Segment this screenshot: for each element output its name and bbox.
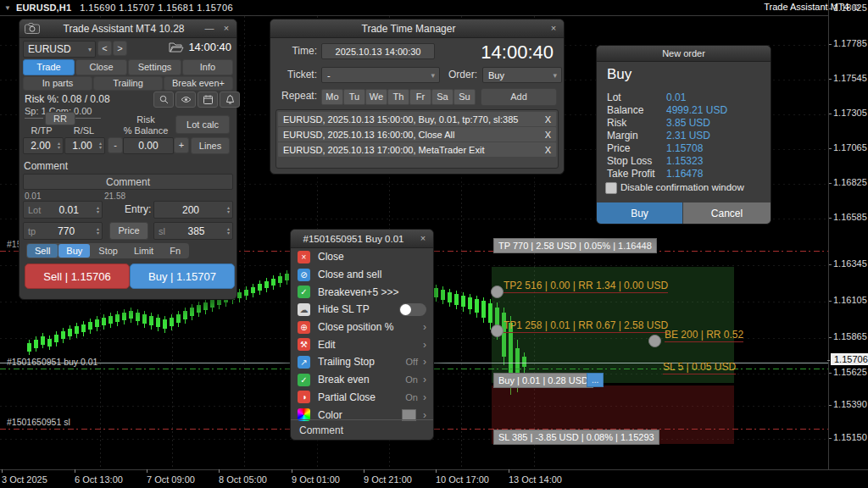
tab-trade[interactable]: Trade — [23, 59, 75, 75]
rsl-spinner[interactable]: 1.00▴▾ — [64, 137, 105, 154]
tab-close[interactable]: Close — [75, 59, 127, 75]
folder-icon[interactable] — [169, 42, 184, 53]
remove-button[interactable]: X — [545, 130, 551, 140]
tp2-label[interactable]: TP2 516 | 0.00 | RR 1.34 | 0.00 USD — [504, 280, 668, 293]
spinner-arrows-icon[interactable]: ▴▾ — [227, 227, 230, 236]
symbol-select[interactable]: EURUSD ▾ — [23, 41, 96, 58]
schedule-row[interactable]: EURUSD, 2025.10.13 17:00:00, MetaTrader … — [278, 142, 556, 157]
spinner-arrows-icon[interactable]: ▴▾ — [227, 206, 230, 214]
order-dropdown[interactable]: Buy ▾ — [482, 67, 562, 83]
segment-buy[interactable]: Buy — [58, 244, 90, 258]
lot-calc-button[interactable]: Lot calc — [175, 115, 230, 134]
be-label[interactable]: BE 200 | RR 0.52 — [665, 329, 743, 342]
disable-confirmation-checkbox[interactable] — [605, 182, 617, 194]
ticket-dropdown[interactable]: - ▾ — [321, 67, 440, 83]
lines-button[interactable]: Lines — [191, 137, 230, 154]
next-symbol-button[interactable]: > — [113, 41, 127, 56]
tab-break-even[interactable]: Break even+ — [164, 76, 233, 91]
risk-minus-button[interactable]: - — [108, 137, 123, 153]
tp2-drag-dot[interactable] — [491, 286, 504, 298]
context-menu-close-button[interactable]: × — [416, 233, 430, 245]
tab-settings[interactable]: Settings — [128, 59, 181, 75]
menu-item-partial-close[interactable]: ◑ Partial Close On › — [291, 389, 433, 407]
context-menu-title-bar[interactable]: #1501650951 Buy 0.01 × — [291, 230, 433, 248]
entry-field[interactable]: 200 ▴▾ — [153, 201, 233, 219]
schedule-row[interactable]: EURUSD, 2025.10.13 15:00:00, Buy, 0.01, … — [278, 112, 556, 126]
sl-order-label[interactable]: SL 385 | -3.85 USD | 0.08% | 1.15293 — [493, 430, 659, 445]
tp-order-label[interactable]: TP 770 | 2.58 USD | 0.05% | 1.16448 — [493, 238, 657, 253]
sl5-label[interactable]: SL 5 | 0.05 USD — [663, 361, 736, 374]
schedule-text: EURUSD, 2025.10.13 16:00:00, Close All — [283, 130, 454, 140]
time-input[interactable]: 2025.10.13 14:00:30 — [321, 43, 435, 59]
confirm-buy-button[interactable]: Buy — [597, 202, 682, 224]
lot-field[interactable]: Lot 0.01 ▴▾ — [23, 201, 103, 219]
new-order-title-bar[interactable]: New order — [597, 46, 771, 62]
menu-item-break-even[interactable]: ✓ Break even On › — [291, 371, 433, 389]
tp1-drag-dot[interactable] — [491, 324, 504, 337]
day-sa[interactable]: Sa — [431, 89, 453, 105]
segment-limit[interactable]: Limit — [126, 244, 161, 258]
chart-dropdown-icon[interactable]: ▼ — [4, 4, 11, 12]
sl-value: 385 — [165, 225, 227, 237]
ttm-close-button[interactable]: × — [547, 23, 560, 35]
sl-field[interactable]: sl 385 ▴▾ — [153, 222, 233, 240]
order-more-button[interactable]: ... — [587, 373, 604, 387]
day-th[interactable]: Th — [387, 89, 409, 105]
hide-sltp-toggle[interactable] — [399, 303, 426, 316]
menu-item-trailing-stop[interactable]: ↗ Trailing Stop Off › — [291, 353, 433, 371]
schedule-row[interactable]: EURUSD, 2025.10.13 16:00:00, Close All X — [278, 127, 556, 141]
tab-trailing[interactable]: Trailing — [93, 76, 163, 91]
rr-button[interactable]: RR — [45, 112, 75, 125]
tp-field[interactable]: tp 770 ▴▾ — [23, 222, 103, 240]
time-axis-label: 9 Oct 01:00 — [292, 474, 340, 485]
menu-item-hide-sltp[interactable]: ☁ Hide SL TP — [291, 301, 433, 319]
camera-icon[interactable] — [25, 23, 40, 34]
ttm-title-bar[interactable]: Trade Time Manager × — [270, 19, 564, 38]
day-we[interactable]: We — [365, 89, 387, 105]
assistant-close-button[interactable]: × — [220, 23, 233, 35]
magnifier-icon[interactable] — [153, 92, 174, 108]
menu-item-close-position-percent[interactable]: ⊕ Close position % › — [291, 319, 433, 336]
remove-button[interactable]: X — [545, 114, 551, 125]
buy-button[interactable]: Buy | 1.15707 — [130, 263, 235, 289]
segment-stop[interactable]: Stop — [91, 244, 125, 258]
bell-icon[interactable] — [220, 92, 240, 108]
tab-info[interactable]: Info — [182, 59, 233, 75]
spinner-arrows-icon[interactable]: ▴▾ — [97, 227, 99, 236]
calendar-icon[interactable] — [198, 92, 218, 108]
menu-item-breakeven5[interactable]: ✓ Breakeven+5 >>> — [291, 283, 433, 301]
segment-fn[interactable]: Fn — [162, 244, 188, 258]
spinner-arrows-icon[interactable]: ▴▾ — [97, 206, 99, 214]
remove-button[interactable]: X — [545, 145, 551, 155]
cancel-button[interactable]: Cancel — [683, 202, 771, 224]
buy-order-label[interactable]: Buy | 0.01 | 0.28 USD — [493, 373, 593, 388]
menu-item-close[interactable]: × Close — [291, 248, 433, 266]
day-su[interactable]: Su — [453, 89, 476, 105]
price-button[interactable]: Price — [109, 222, 148, 240]
price-axis[interactable]: 1.180251.177851.175451.173051.170651.168… — [828, 0, 868, 469]
assistant-title-bar[interactable]: Trade Assistant MT4 10.28 — × — [19, 19, 236, 38]
eye-icon[interactable] — [175, 92, 196, 108]
comment-input[interactable]: Comment — [23, 174, 233, 190]
order-direction: Buy — [607, 66, 632, 83]
rtp-spinner[interactable]: 2.00▴▾ — [23, 137, 64, 154]
risk-plus-button[interactable]: + — [174, 137, 189, 153]
time-axis[interactable]: 3 Oct 20256 Oct 13:007 Oct 09:008 Oct 05… — [0, 469, 868, 488]
minimize-button[interactable]: — — [203, 23, 216, 35]
menu-item-comment[interactable]: Comment — [291, 419, 433, 440]
sell-button[interactable]: Sell | 1.15706 — [25, 263, 130, 289]
risk-balance-field[interactable]: 0.00 — [123, 137, 174, 154]
spinner-arrows-icon[interactable]: ▴▾ — [99, 141, 102, 150]
day-mo[interactable]: Mo — [321, 89, 343, 105]
segment-sell[interactable]: Sell — [27, 244, 58, 258]
be-drag-dot[interactable] — [648, 335, 661, 347]
tab-in-parts[interactable]: In parts — [23, 76, 92, 91]
add-button[interactable]: Add — [481, 88, 557, 106]
spinner-arrows-icon[interactable]: ▴▾ — [58, 141, 60, 150]
prev-symbol-button[interactable]: < — [97, 41, 112, 56]
day-fr[interactable]: Fr — [409, 89, 431, 105]
menu-item-edit[interactable]: ⚒ Edit › — [291, 336, 433, 353]
tp1-label[interactable]: TP1 258 | 0.01 | RR 0.67 | 2.58 USD — [504, 319, 668, 333]
day-tu[interactable]: Tu — [343, 89, 365, 105]
menu-item-close-and-sell[interactable]: ⊘ Close and sell — [291, 266, 433, 284]
